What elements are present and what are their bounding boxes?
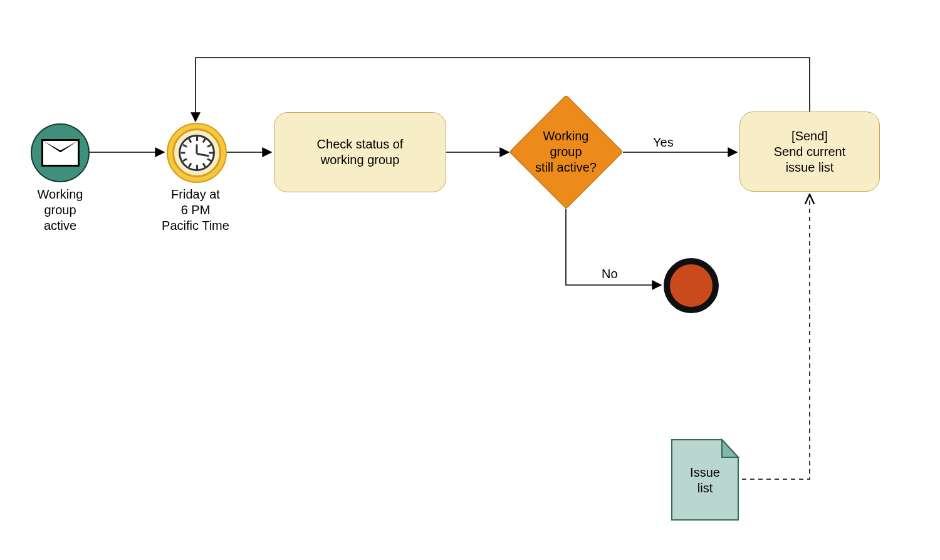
bpmn-diagram: Working group active Friday at 6 PM Pa xyxy=(0,0,940,560)
task-send-issue-list: [Send] Send current issue list xyxy=(739,111,880,192)
start-event-message xyxy=(31,123,90,182)
envelope-icon xyxy=(41,139,80,167)
timer-event-label: Friday at 6 PM Pacific Time xyxy=(152,187,239,234)
end-event-terminate xyxy=(664,258,719,313)
task-send-label: [Send] Send current issue list xyxy=(774,128,846,175)
clock-icon xyxy=(179,135,215,171)
gateway-still-active: Working group still active? xyxy=(509,95,622,208)
edge-label-no: No xyxy=(602,267,618,281)
timer-event xyxy=(167,123,227,183)
flow-layer xyxy=(0,0,940,560)
gateway-label: Working group still active? xyxy=(509,95,622,208)
task-check-status: Check status of working group xyxy=(274,112,446,192)
start-event-label: Working group active xyxy=(21,187,99,234)
edge-label-yes: Yes xyxy=(653,135,674,150)
task-check-status-label: Check status of working group xyxy=(317,137,404,168)
timer-ring xyxy=(172,128,221,177)
data-object-label: Issue list xyxy=(671,465,739,496)
data-object-issue-list: Issue list xyxy=(671,438,739,521)
